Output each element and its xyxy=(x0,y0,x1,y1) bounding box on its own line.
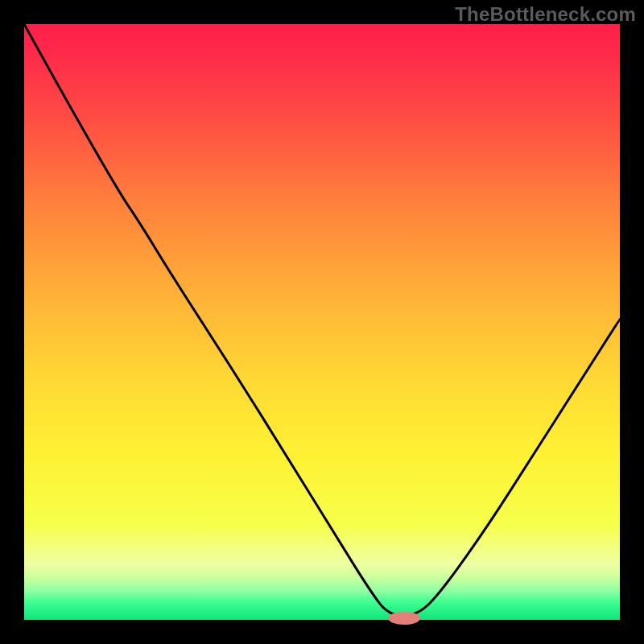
gradient-background xyxy=(24,24,620,620)
chart-frame: { "watermark": "TheBottleneck.com", "plo… xyxy=(0,0,644,644)
optimum-marker xyxy=(388,612,420,625)
bottleneck-chart xyxy=(0,0,644,644)
watermark-label: TheBottleneck.com xyxy=(455,3,636,26)
